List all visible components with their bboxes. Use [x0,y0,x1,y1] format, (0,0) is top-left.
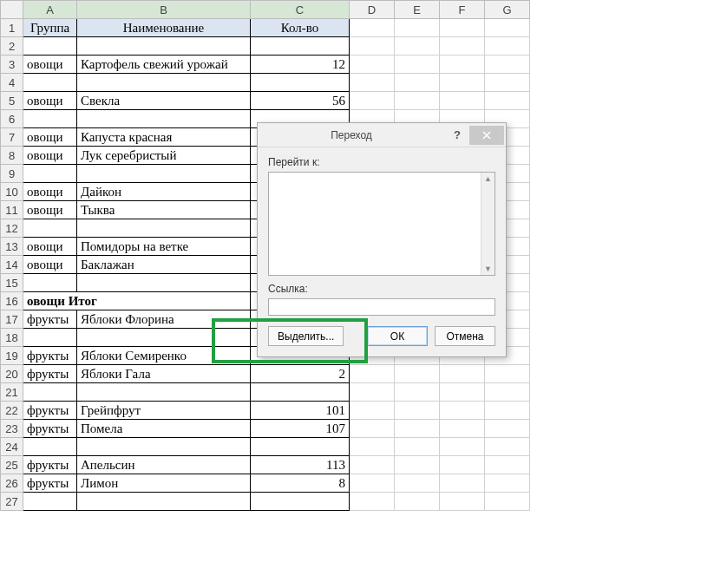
reference-input[interactable] [268,298,495,316]
cell-B20[interactable]: Яблоки Гала [77,365,251,383]
cell-A27[interactable] [23,493,77,511]
cell-empty[interactable] [350,438,395,456]
cell-A5[interactable]: овощи [23,92,77,110]
cell-empty[interactable] [395,474,440,493]
cell-empty[interactable] [440,92,485,110]
cell-A18[interactable] [23,329,77,347]
cell-A14[interactable]: овощи [23,256,77,274]
row-header-17[interactable]: 17 [1,310,23,329]
close-button[interactable] [469,126,504,145]
cell-empty[interactable] [350,37,395,56]
select-all-corner[interactable] [1,1,23,19]
row-header-8[interactable]: 8 [1,147,23,165]
cell-empty[interactable] [395,37,440,56]
cell-B14[interactable]: Баклажан [77,256,251,274]
cell-empty[interactable] [440,56,485,74]
cell-A25[interactable]: фрукты [23,456,77,474]
cell-empty[interactable] [440,493,485,511]
cell-B9[interactable] [77,165,251,183]
cell-C5[interactable]: 56 [251,92,350,110]
cell-empty[interactable] [350,402,395,420]
cell-B22[interactable]: Грейпфрут [77,402,251,420]
cell-C27[interactable] [251,493,350,511]
cell-empty[interactable] [395,92,440,110]
cell-A12[interactable] [23,219,77,238]
cell-C21[interactable] [251,383,350,402]
cell-empty[interactable] [485,56,530,74]
row-header-10[interactable]: 10 [1,183,23,201]
cell-C1[interactable]: Кол-во [251,19,350,37]
cell-empty[interactable] [485,420,530,438]
cell-empty[interactable] [485,383,530,402]
cell-empty[interactable] [485,365,530,383]
cell-A11[interactable]: овощи [23,201,77,219]
column-header-E[interactable]: E [395,1,440,19]
cell-A1[interactable]: Группа [23,19,77,37]
row-header-9[interactable]: 9 [1,165,23,183]
row-header-2[interactable]: 2 [1,37,23,56]
row-header-16[interactable]: 16 [1,292,23,310]
cell-empty[interactable] [395,365,440,383]
cell-empty[interactable] [395,56,440,74]
cell-B17[interactable]: Яблоки Флорина [77,310,251,329]
cell-A17[interactable]: фрукты [23,310,77,329]
cell-empty[interactable] [350,19,395,37]
row-header-6[interactable]: 6 [1,110,23,128]
cell-B4[interactable] [77,74,251,92]
help-button[interactable]: ? [445,128,469,141]
cell-A3[interactable]: овощи [23,56,77,74]
row-header-15[interactable]: 15 [1,274,23,292]
cell-B5[interactable]: Свекла [77,92,251,110]
cell-A21[interactable] [23,383,77,402]
cell-empty[interactable] [350,420,395,438]
cell-empty[interactable] [350,56,395,74]
cell-B1[interactable]: Наименование [77,19,251,37]
cell-empty[interactable] [350,383,395,402]
cell-empty[interactable] [485,493,530,511]
column-header-C[interactable]: C [251,1,350,19]
row-header-23[interactable]: 23 [1,420,23,438]
cell-C22[interactable]: 101 [251,402,350,420]
row-header-20[interactable]: 20 [1,365,23,383]
cell-empty[interactable] [440,420,485,438]
cell-empty[interactable] [485,402,530,420]
cell-C23[interactable]: 107 [251,420,350,438]
cell-B27[interactable] [77,493,251,511]
row-header-12[interactable]: 12 [1,219,23,238]
row-header-1[interactable]: 1 [1,19,23,37]
cell-B13[interactable]: Помидоры на ветке [77,238,251,256]
column-header-D[interactable]: D [350,1,395,19]
cell-B12[interactable] [77,219,251,238]
cell-empty[interactable] [485,92,530,110]
cell-B6[interactable] [77,110,251,128]
cell-A22[interactable]: фрукты [23,402,77,420]
row-header-19[interactable]: 19 [1,347,23,365]
cell-A10[interactable]: овощи [23,183,77,201]
cell-B7[interactable]: Капуста красная [77,128,251,147]
row-header-4[interactable]: 4 [1,74,23,92]
cell-empty[interactable] [350,92,395,110]
cell-empty[interactable] [440,456,485,474]
row-header-24[interactable]: 24 [1,438,23,456]
cancel-button[interactable]: Отмена [435,326,495,346]
cell-C4[interactable] [251,74,350,92]
cell-empty[interactable] [395,438,440,456]
cell-B11[interactable]: Тыква [77,201,251,219]
cell-empty[interactable] [485,456,530,474]
cell-A4[interactable] [23,74,77,92]
cell-B8[interactable]: Лук серебристый [77,147,251,165]
cell-A2[interactable] [23,37,77,56]
row-header-13[interactable]: 13 [1,238,23,256]
cell-A6[interactable] [23,110,77,128]
cell-empty[interactable] [440,74,485,92]
ok-button[interactable]: ОК [367,326,428,346]
column-header-row[interactable]: ABCDEFG [1,1,530,19]
listbox-scrollbar[interactable]: ▲ ▼ [481,173,495,275]
cell-empty[interactable] [440,402,485,420]
cell-A23[interactable]: фрукты [23,420,77,438]
cell-B21[interactable] [77,383,251,402]
row-header-26[interactable]: 26 [1,474,23,493]
row-header-14[interactable]: 14 [1,256,23,274]
cell-C2[interactable] [251,37,350,56]
cell-A13[interactable]: овощи [23,238,77,256]
